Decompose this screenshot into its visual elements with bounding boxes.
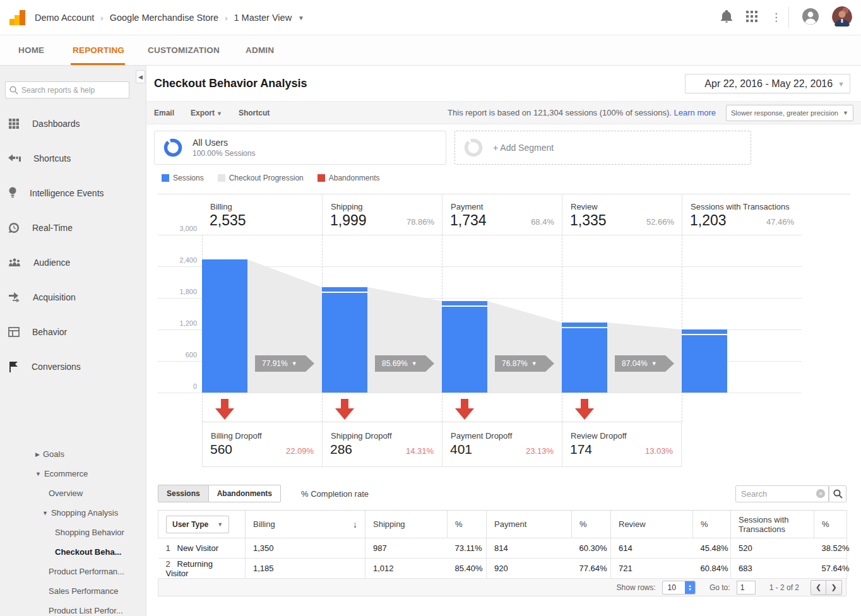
behavior-layout-icon [8,327,20,337]
shortcut-button[interactable]: Shortcut [239,109,270,117]
search-icon [9,86,18,95]
column-header-shipping-pct[interactable]: % [448,511,487,538]
sidebar-item-dashboards[interactable]: Dashboards [0,106,146,141]
next-page-button[interactable]: ❯ [826,580,842,595]
previous-page-button[interactable]: ❮ [811,580,826,595]
row-rank: 1 [166,543,177,553]
chevron-down-icon: ▼ [843,110,848,116]
chevron-down-icon[interactable]: ▼ [298,15,304,21]
sidebar-item-ecommerce[interactable]: ▼Ecommerce [0,464,146,483]
sidebar-item-checkout-behavior[interactable]: Checkout Beha... [0,542,146,562]
progression-percent: 76.87% [502,359,528,368]
date-range-picker[interactable]: Apr 22, 2016 - May 22, 2016 ▼ [685,74,850,93]
dropoff-value: 174 [570,442,592,457]
goto-page-input[interactable] [737,581,756,595]
more-options-kebab-icon[interactable]: ⋮ [771,16,776,20]
column-header-review-pct[interactable]: % [693,511,731,538]
export-button[interactable]: Export▼ [191,109,222,117]
user-type-dropdown[interactable]: User Type▼ [166,516,229,533]
segment-all-users[interactable]: All Users 100.00% Sessions [154,131,446,165]
sidebar-item-product-performance[interactable]: Product Performan... [0,562,146,581]
funnel-bar-shipping[interactable] [322,287,367,393]
step-percent: 68.4% [531,217,554,227]
cell-review-pct: 60.84% [693,559,731,579]
sidebar-item-acquisition[interactable]: Acquisition [0,280,146,314]
apps-grid-icon[interactable] [745,10,758,25]
sidebar-item-conversions[interactable]: Conversions [0,349,146,384]
funnel-bar-transactions[interactable] [682,329,727,393]
search-button[interactable] [829,485,846,502]
column-header-billing[interactable]: Billing↓ [246,511,365,538]
sidebar-item-sales-performance[interactable]: Sales Performance [0,581,146,601]
profile-photo-avatar[interactable] [832,6,852,29]
progression-badge[interactable]: 76.87%▼ [495,355,554,372]
tab-customization[interactable]: CUSTOMIZATION [148,35,220,65]
breadcrumb-view[interactable]: 1 Master View [234,13,292,23]
table-tab-abandonments[interactable]: Abandonments [209,485,281,502]
step-percent: 52.66% [646,217,674,227]
dropoff-label: Review Dropoff [571,431,627,441]
sidebar-item-overview[interactable]: Overview [0,483,146,503]
sidebar-item-real-time[interactable]: Real-Time [0,210,146,245]
sidebar-item-audience[interactable]: Audience [0,245,146,280]
segment-donut-gray-icon [464,138,483,157]
sampling-precision-dropdown[interactable]: Slower response, greater precision ▼ [726,105,853,121]
step-label: Review [571,202,598,211]
tree-label: Sales Performance [49,586,119,596]
table-row[interactable]: 1New Visitor 1,350 987 73.11% 814 60.30%… [158,538,847,559]
table-search-input[interactable] [735,485,829,502]
clear-search-icon[interactable]: × [816,489,825,498]
sidebar-item-shortcuts[interactable]: Shortcuts [0,141,146,175]
show-rows-value: 10 [663,583,685,592]
report-sidebar: Dashboards Shortcuts Intelligence Events… [0,66,146,616]
progression-badge[interactable]: 85.69%▼ [375,355,434,372]
bar-cap-line [442,305,487,307]
breadcrumb-property[interactable]: Google Merchandise Store [110,13,219,23]
column-header-payment[interactable]: Payment [487,511,572,538]
funnel-bar-billing[interactable] [202,259,247,393]
breadcrumb-account[interactable]: Demo Account [35,13,94,23]
table-tab-sessions[interactable]: Sessions [158,485,209,502]
tab-home[interactable]: HOME [18,35,44,65]
topbar-actions: ⋮ [720,0,852,35]
column-header-transactions-pct[interactable]: % [814,511,847,538]
notifications-bell-icon[interactable] [720,9,733,26]
sidebar-collapse-button[interactable]: ◀ [136,70,145,83]
funnel-bar-review[interactable] [562,323,607,393]
dropoff-label: Shipping Dropoff [331,431,392,441]
funnel-step-review: Review 1,335 52.66% [562,194,682,237]
sidebar-item-goals[interactable]: ▶Goals [0,444,146,464]
step-label: Sessions with Transactions [691,202,790,211]
tab-reporting[interactable]: REPORTING [73,35,124,65]
cell-shipping-pct: 85.40% [448,559,487,579]
funnel-step-payment: Payment 1,734 68.4% [442,194,562,237]
step-percent: 78.86% [407,217,434,227]
sidebar-item-shopping-behavior[interactable]: Shopping Behavior [0,523,146,542]
funnel-bar-payment[interactable] [442,301,487,393]
bar-cap-line [562,327,607,328]
sidebar-item-shopping-analysis[interactable]: ▼Shopping Analysis [0,503,146,523]
table-row[interactable]: 2Returning Visitor 1,185 1,012 85.40% 92… [158,559,847,579]
sidebar-item-behavior[interactable]: Behavior [0,314,146,349]
sidebar-item-intelligence-events[interactable]: Intelligence Events [0,175,146,210]
email-button[interactable]: Email [154,109,174,117]
add-segment-button[interactable]: + Add Segment [454,131,751,165]
account-avatar-icon[interactable] [802,8,819,28]
y-axis-tick-label: 600 [159,351,197,358]
learn-more-link[interactable]: Learn more [674,108,716,117]
dropoff-value: 560 [210,442,232,457]
tab-admin[interactable]: ADMIN [246,35,274,65]
completion-rate-label[interactable]: % Completion rate [301,489,369,499]
analytics-logo-icon[interactable] [8,8,27,30]
sidebar-item-product-list-performance[interactable]: Product List Perfor... [0,601,146,616]
progression-badge[interactable]: 87.04%▼ [615,355,674,372]
conversions-subnav: ▶Goals ▼Ecommerce Overview ▼Shopping Ana… [0,444,146,616]
sidebar-search-input[interactable] [21,86,122,95]
progression-badge[interactable]: 77.91%▼ [255,355,314,372]
show-rows-select[interactable]: 10 ▲▼ [662,581,696,595]
column-header-review[interactable]: Review [611,511,693,538]
column-header-transactions[interactable]: Sessions with Transactions [731,511,814,538]
stepper-arrows-icon: ▲▼ [685,581,695,594]
column-header-payment-pct[interactable]: % [572,511,611,538]
column-header-shipping[interactable]: Shipping [365,511,448,538]
